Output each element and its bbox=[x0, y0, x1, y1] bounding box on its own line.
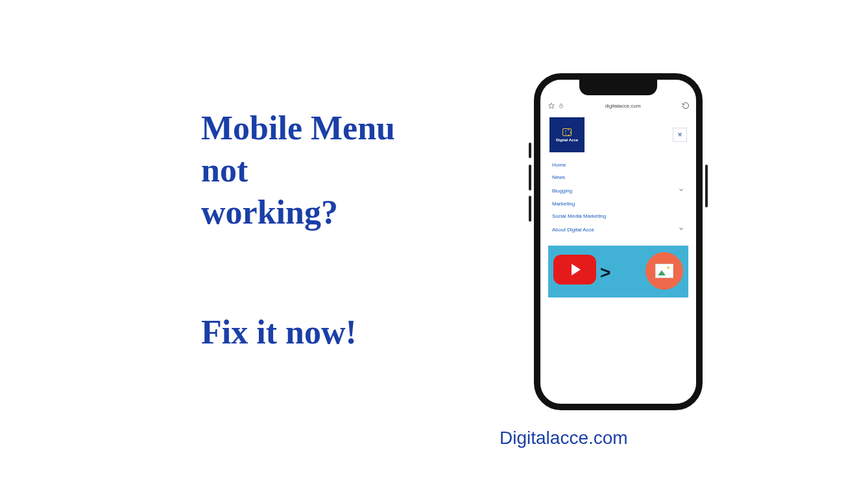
close-icon: × bbox=[677, 131, 682, 139]
site-header: Digital Acce × bbox=[540, 113, 696, 159]
play-triangle-icon bbox=[572, 264, 581, 275]
chevron-down-icon[interactable] bbox=[678, 226, 684, 233]
picture-icon bbox=[655, 264, 673, 278]
content-thumbnail[interactable]: > bbox=[548, 246, 688, 297]
chevron-down-icon[interactable] bbox=[678, 187, 684, 194]
greater-than-icon: > bbox=[600, 262, 610, 283]
promo-canvas: { "headline": { "line1": "Mobile Menu", … bbox=[0, 0, 868, 488]
image-circle bbox=[645, 252, 683, 290]
menu-item-label: Social Media Marketing bbox=[552, 213, 606, 219]
menu-item-social-media-marketing[interactable]: Social Media Marketing bbox=[552, 210, 684, 222]
youtube-icon bbox=[553, 255, 596, 285]
phone-screen: digitalacce.com Digital Acce × Home bbox=[540, 80, 696, 404]
menu-item-blogging[interactable]: Blogging bbox=[552, 183, 684, 198]
headline-line-1: Mobile Menu bbox=[201, 107, 395, 149]
phone-volume-down bbox=[529, 196, 531, 222]
menu-item-about[interactable]: About Digital Acce bbox=[552, 222, 684, 237]
lock-icon bbox=[559, 102, 564, 109]
headline-line-2: not bbox=[201, 149, 395, 191]
menu-item-marketing[interactable]: Marketing bbox=[552, 198, 684, 210]
menu-item-label: Blogging bbox=[552, 188, 572, 194]
headline-block: Mobile Menu not working? Fix it now! bbox=[201, 107, 395, 353]
browser-bar: digitalacce.com bbox=[540, 99, 696, 113]
site-link[interactable]: Digitalacce.com bbox=[500, 428, 628, 448]
menu-close-button[interactable]: × bbox=[673, 128, 687, 142]
phone-power-button bbox=[705, 165, 708, 207]
menu-item-label: News bbox=[552, 174, 565, 180]
svg-rect-1 bbox=[560, 106, 563, 108]
phone-mute-switch bbox=[529, 143, 531, 158]
menu-item-label: Home bbox=[552, 162, 566, 168]
phone-frame: digitalacce.com Digital Acce × Home bbox=[534, 73, 703, 410]
globe-icon bbox=[562, 128, 572, 136]
menu-item-news[interactable]: News bbox=[552, 171, 684, 183]
svg-marker-0 bbox=[549, 103, 554, 108]
browser-left-icons bbox=[548, 102, 564, 109]
headline-line-3: working? bbox=[201, 191, 395, 233]
phone-notch bbox=[579, 80, 657, 95]
menu-item-label: About Digital Acce bbox=[552, 227, 594, 233]
mobile-menu: Home News Blogging Marketing Social Medi… bbox=[540, 159, 696, 237]
logo-text: Digital Acce bbox=[556, 138, 578, 142]
headline-cta: Fix it now! bbox=[201, 311, 395, 353]
menu-item-home[interactable]: Home bbox=[552, 159, 684, 171]
browser-url[interactable]: digitalacce.com bbox=[564, 103, 682, 109]
phone-volume-up bbox=[529, 165, 531, 191]
star-icon[interactable] bbox=[548, 102, 555, 109]
site-logo[interactable]: Digital Acce bbox=[549, 117, 585, 152]
refresh-icon[interactable] bbox=[682, 102, 690, 110]
menu-item-label: Marketing bbox=[552, 201, 575, 207]
